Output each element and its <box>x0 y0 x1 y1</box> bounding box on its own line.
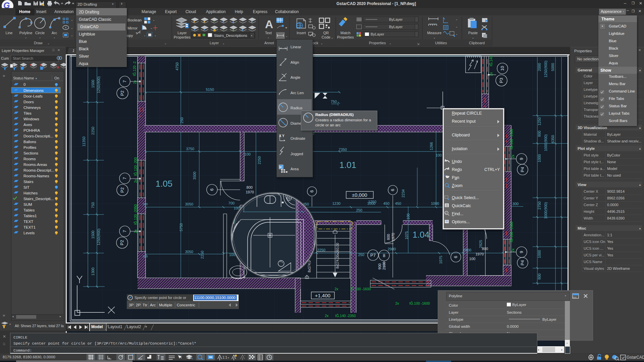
svg-text:2x: 2x <box>489 72 493 76</box>
svg-text:6350: 6350 <box>551 135 555 143</box>
svg-text:Toolbars...: Toolbars... <box>609 74 627 78</box>
svg-text:2x: 2x <box>511 155 515 159</box>
svg-text:ock: ock <box>313 41 319 45</box>
svg-text:P2: P2 <box>119 240 124 245</box>
svg-text:P7: P7 <box>370 253 376 258</box>
svg-text:⌄: ⌄ <box>71 34 73 37</box>
svg-text:●: ● <box>193 20 195 23</box>
svg-text:IĞ.140: IĞ.140 <box>489 56 493 66</box>
svg-text:⌄: ⌄ <box>267 36 270 39</box>
svg-text:Line: Line <box>6 31 13 35</box>
svg-text:Sections: Sections <box>507 310 522 314</box>
svg-text:6: 6 <box>453 256 458 258</box>
svg-text:10: 10 <box>500 66 505 71</box>
svg-text:General: General <box>578 68 592 72</box>
svg-text:3050: 3050 <box>185 250 193 254</box>
svg-text:Zoom: Zoom <box>452 183 463 188</box>
svg-text:Black: Black <box>609 46 618 50</box>
svg-text:●: ● <box>251 20 253 23</box>
svg-text:0.0000: 0.0000 <box>507 324 519 328</box>
svg-text:2x: 2x <box>395 301 399 305</box>
svg-text:Utilities: Utilities <box>435 41 447 45</box>
svg-text:Black: Black <box>79 47 89 51</box>
svg-text:1250(900): 1250(900) <box>544 61 548 77</box>
svg-text:Width: Width <box>584 216 593 220</box>
svg-text:9: 9 <box>519 158 524 160</box>
svg-text:Properties: Properties <box>174 35 191 39</box>
svg-text:Visual styles: Visual styles <box>584 266 604 270</box>
svg-text:Color: Color <box>584 74 593 78</box>
svg-text:1970: 1970 <box>391 233 395 241</box>
svg-text:Clipboard: Clipboard <box>469 41 485 45</box>
svg-text:1250: 1250 <box>537 117 541 125</box>
svg-text:Sliver: Sliver <box>609 54 619 58</box>
svg-text:8439.6390: 8439.6390 <box>607 216 625 220</box>
svg-text:Boolean: Boolean <box>127 18 142 22</box>
svg-text:1000(900): 1000(900) <box>544 134 548 151</box>
svg-text:Properties: Properties <box>337 35 354 39</box>
svg-text:ByLayer: ByLayer <box>542 317 556 321</box>
svg-text:2250: 2250 <box>317 248 325 252</box>
svg-text:Linear: Linear <box>290 45 301 49</box>
svg-text:300: 300 <box>143 202 148 206</box>
svg-text:9002.9814: 9002.9814 <box>607 189 625 193</box>
svg-text:6: 6 <box>390 189 395 191</box>
svg-text:800: 800 <box>537 131 541 137</box>
svg-text:2x: 2x <box>511 248 515 252</box>
svg-text:Angle: Angle <box>290 75 300 79</box>
svg-text:File Tabs: File Tabs <box>609 97 624 101</box>
svg-text:✦: ✦ <box>193 28 196 32</box>
svg-text:Arc: Arc <box>52 31 57 35</box>
svg-text:100: 100 <box>229 253 235 257</box>
svg-text:Aqua: Aqua <box>609 61 618 65</box>
svg-text:4496.2515: 4496.2515 <box>607 209 625 214</box>
svg-text:✶: ✶ <box>203 28 206 32</box>
svg-text:1000: 1000 <box>537 250 541 258</box>
svg-text:⌄: ⌄ <box>222 42 225 45</box>
svg-text:UCS icon On: UCS icon On <box>584 240 605 244</box>
svg-text:2x: 2x <box>133 80 137 84</box>
svg-text:Lightblue: Lightblue <box>609 32 625 36</box>
svg-text:100: 100 <box>245 152 251 156</box>
svg-text:UCS Name: UCS Name <box>584 260 602 264</box>
svg-text:⌄: ⌄ <box>150 26 153 29</box>
svg-text:▲: ▲ <box>639 183 641 186</box>
svg-text:✓: ✓ <box>222 28 225 32</box>
svg-text:2800: 2800 <box>463 248 471 252</box>
svg-text:P3: P3 <box>499 78 504 83</box>
svg-text:Recent Input: Recent Input <box>452 119 476 124</box>
svg-text:IĞ.100 -1500: IĞ.100 -1500 <box>509 222 514 242</box>
svg-text:Redo: Redo <box>452 167 462 172</box>
svg-text:⌄: ⌄ <box>285 26 287 29</box>
svg-text:250: 250 <box>180 117 184 123</box>
svg-text:800: 800 <box>386 234 390 240</box>
svg-text:1500: 1500 <box>91 80 95 88</box>
svg-text:0.0000: 0.0000 <box>607 203 619 207</box>
svg-text:View: View <box>578 183 586 187</box>
svg-text:Theme: Theme <box>601 17 614 21</box>
svg-text:Yes: Yes <box>607 246 613 250</box>
svg-text:⇲: ⇲ <box>417 42 420 46</box>
svg-text:3P: 3P <box>129 303 133 307</box>
svg-text:●: ● <box>222 20 224 23</box>
svg-text:⌄: ⌄ <box>153 18 155 21</box>
svg-text:2000: 2000 <box>537 63 541 71</box>
svg-text:Material: Material <box>584 132 597 136</box>
svg-text:Shadow di...: Shadow di... <box>584 139 604 143</box>
svg-text:Layer: Layer <box>449 310 459 314</box>
svg-text:IĞ.100 -1600: IĞ.100 -1600 <box>409 301 430 305</box>
svg-text:Plot table t...: Plot table t... <box>584 173 604 177</box>
svg-text:IĞ.100 -1500: IĞ.100 -1500 <box>509 129 514 149</box>
svg-text:2250: 2250 <box>91 127 95 135</box>
svg-text:IĞ.120 -2050: IĞ.120 -2050 <box>133 204 138 225</box>
svg-text:7: 7 <box>122 80 127 82</box>
svg-text:Undo: Undo <box>452 159 462 164</box>
svg-text:Quick Select...: Quick Select... <box>452 195 479 200</box>
svg-text:ByLayer: ByLayer <box>607 132 621 136</box>
svg-text:CTRL+Y: CTRL+Y <box>484 167 500 172</box>
svg-text:⌄: ⌄ <box>321 42 323 45</box>
svg-text:Match: Match <box>340 31 351 35</box>
svg-text:11350: 11350 <box>82 136 86 146</box>
svg-text:IĞ.100 -1600: IĞ.100 -1600 <box>350 287 371 291</box>
svg-text:Color: Color <box>449 303 458 307</box>
